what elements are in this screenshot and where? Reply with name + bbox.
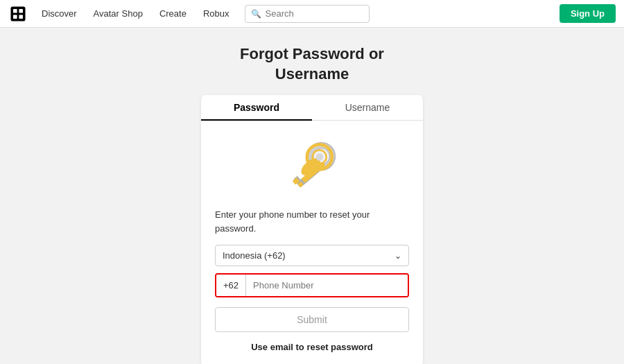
country-label: Indonesia (+62) — [223, 250, 286, 261]
svg-rect-3 — [13, 15, 17, 19]
tab-bar: Password Username — [201, 95, 423, 121]
chevron-down-icon: ⌄ — [395, 251, 401, 261]
country-dropdown[interactable]: Indonesia (+62) ⌄ — [215, 245, 409, 266]
form-card: Password Username — [201, 95, 423, 364]
svg-rect-2 — [19, 9, 23, 13]
svg-rect-4 — [19, 15, 23, 19]
tab-password[interactable]: Password — [201, 95, 312, 120]
phone-number-input[interactable] — [246, 275, 408, 296]
search-bar: 🔍 — [245, 5, 370, 23]
svg-rect-0 — [11, 6, 26, 21]
tab-username[interactable]: Username — [312, 95, 423, 120]
phone-input-row: +62 — [215, 273, 409, 297]
svg-point-16 — [315, 153, 323, 161]
key-icon — [281, 135, 343, 197]
roblox-logo-icon — [8, 4, 28, 24]
navbar: Discover Avatar Shop Create Robux 🔍 Sign… — [0, 0, 624, 28]
email-reset-link[interactable]: Use email to reset password — [201, 342, 423, 352]
signup-button[interactable]: Sign Up — [560, 4, 616, 23]
key-icon-container — [201, 135, 423, 197]
search-icon: 🔍 — [251, 9, 261, 19]
search-input[interactable] — [266, 8, 363, 19]
nav-robux[interactable]: Robux — [196, 6, 236, 21]
svg-rect-1 — [13, 9, 17, 13]
nav-create[interactable]: Create — [153, 6, 193, 21]
main-content: Forgot Password or Username Password Use… — [0, 28, 624, 364]
page-title: Forgot Password or Username — [240, 44, 384, 84]
nav-discover[interactable]: Discover — [35, 6, 84, 21]
submit-button[interactable]: Submit — [215, 307, 409, 332]
nav-avatar-shop[interactable]: Avatar Shop — [87, 6, 150, 21]
form-description: Enter your phone number to reset your pa… — [201, 208, 423, 235]
phone-code: +62 — [216, 275, 246, 296]
